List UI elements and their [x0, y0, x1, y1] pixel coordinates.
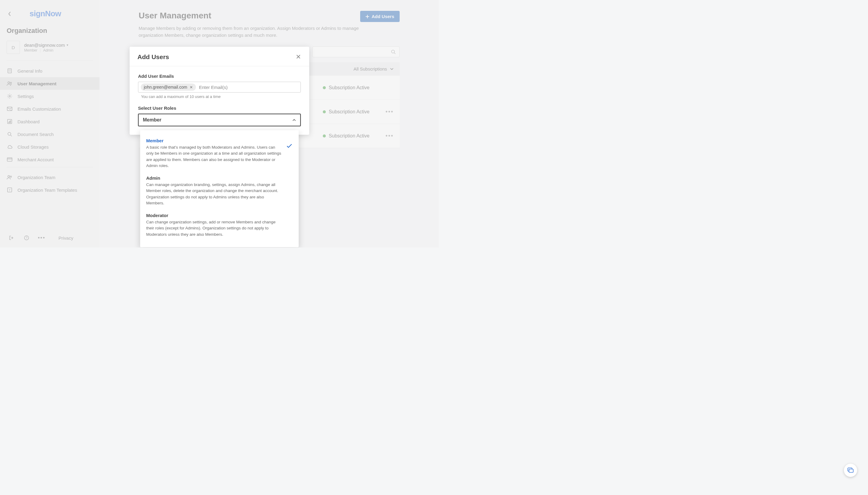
close-icon	[296, 54, 301, 59]
remove-chip-button[interactable]: ✕	[190, 85, 193, 89]
option-desc: Can manage organization branding, settin…	[146, 182, 282, 206]
role-option-member[interactable]: Member A basic role that's managed by bo…	[140, 136, 299, 173]
chevron-up-icon	[292, 119, 296, 121]
option-desc: Can change organization settings, add or…	[146, 219, 282, 238]
email-input[interactable]: john.green@email.com ✕ Enter Email(s)	[138, 82, 301, 92]
check-icon	[287, 144, 292, 148]
email-chip: john.green@email.com ✕	[141, 84, 196, 91]
role-option-moderator[interactable]: Moderator Can change organization settin…	[140, 210, 299, 242]
role-select-value: Member	[143, 117, 161, 123]
roles-field-label: Select User Roles	[138, 105, 301, 110]
emails-field-label: Add User Emails	[138, 73, 301, 79]
add-users-modal: Add Users Add User Emails john.green@ema…	[129, 47, 309, 135]
email-chip-text: john.green@email.com	[144, 85, 187, 89]
role-select[interactable]: Member	[138, 114, 301, 126]
role-dropdown: Member A basic role that's managed by bo…	[140, 130, 299, 247]
option-title: Moderator	[146, 213, 293, 218]
option-title: Admin	[146, 175, 293, 181]
modal-title: Add Users	[137, 53, 169, 61]
role-option-admin[interactable]: Admin Can manage organization branding, …	[140, 173, 299, 210]
email-hint: You can add a maximum of 10 users at a t…	[141, 95, 301, 99]
option-title: Member	[146, 138, 293, 143]
option-desc: A basic role that's managed by both Mode…	[146, 144, 282, 169]
email-placeholder: Enter Email(s)	[199, 85, 228, 90]
close-button[interactable]	[296, 54, 301, 60]
